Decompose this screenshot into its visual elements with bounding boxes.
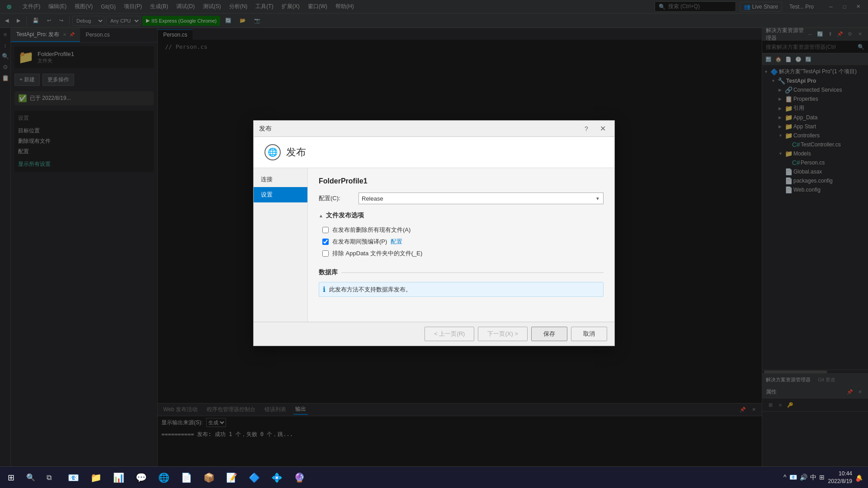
modal-close-button[interactable]: ✕	[596, 122, 609, 135]
taskbar-right: ^ 📧 🔊 中 ⊞ 10:44 2022/8/19 🔔	[783, 470, 868, 485]
modal-titlebar: 发布 ? ✕	[254, 121, 614, 137]
prev-page-button[interactable]: < 上一页(R)	[425, 327, 474, 341]
taskbar-volume[interactable]: 🔊	[800, 474, 807, 482]
next-page-button[interactable]: 下一页(X) >	[478, 327, 528, 341]
database-divider-line	[341, 272, 604, 273]
taskbar-app-explorer[interactable]: 📁	[85, 467, 107, 488]
start-button[interactable]: ⊞	[0, 467, 22, 488]
checkbox-delete-files[interactable]	[322, 227, 329, 233]
modal-header-title: 发布	[286, 145, 306, 159]
taskbar-clock[interactable]: 10:44 2022/8/19	[828, 470, 852, 485]
modal-help-button[interactable]: ?	[580, 122, 593, 135]
config-label: 配置(C):	[319, 194, 355, 202]
checkbox-row-1: 在发布前删除所有现有文件(A)	[319, 224, 604, 236]
database-section-title: 数据库	[319, 268, 338, 277]
taskbar-date-display: 2022/8/19	[828, 478, 852, 485]
checkbox-precompile[interactable]	[322, 239, 329, 245]
modal-content: FolderProfile1 配置(C): Debug Release ▲ 文件…	[308, 168, 614, 322]
checkbox-2-label: 在发布期间预编译(P)	[332, 238, 387, 246]
modal-title: 发布	[259, 125, 576, 133]
modal-body: 连接 设置 FolderProfile1 配置(C): Debug Releas…	[254, 168, 614, 322]
taskbar-ime[interactable]: 中	[810, 474, 816, 482]
modal-nav-settings[interactable]: 设置	[254, 187, 307, 202]
checkbox-1-label: 在发布前删除所有现有文件(A)	[332, 226, 410, 234]
taskbar-app-vs[interactable]: 💠	[266, 467, 288, 488]
modal-overlay: 发布 ? ✕ 🌐 发布 连接 设置 FolderProfile1 配置(C):	[0, 0, 868, 466]
database-section-divider: 数据库	[319, 268, 604, 277]
modal-header: 🌐 发布	[254, 137, 614, 168]
taskbar-tray-icons: ^ 📧 🔊 中 ⊞	[783, 474, 825, 482]
database-info-row: ℹ 此发布方法不支持数据库发布。	[319, 282, 604, 297]
modal-globe-icon: 🌐	[264, 144, 281, 160]
checkbox-3-label: 排除 AppData 文件夹中的文件(_E)	[332, 249, 422, 258]
taskbar-app-chrome[interactable]: 🌐	[153, 467, 175, 488]
publish-dialog: 发布 ? ✕ 🌐 发布 连接 设置 FolderProfile1 配置(C):	[253, 120, 615, 346]
notification-dot	[856, 478, 860, 482]
modal-nav-connect[interactable]: 连接	[254, 172, 307, 187]
taskbar-app-word[interactable]: 📝	[221, 467, 242, 488]
database-info-text: 此发布方法不支持数据库发布。	[329, 286, 411, 294]
configure-link[interactable]: 配置	[391, 238, 402, 246]
taskbar-display[interactable]: ⊞	[819, 474, 825, 482]
taskbar-notification-area[interactable]: 🔔	[856, 474, 863, 481]
config-select[interactable]: Debug Release	[359, 192, 604, 204]
taskbar-app-winzip[interactable]: 📦	[198, 467, 220, 488]
taskbar-app-red[interactable]: 🔷	[243, 467, 265, 488]
save-button[interactable]: 保存	[531, 327, 567, 341]
taskbar: ⊞ 🔍 ⧉ 📧 📁 📊 💬 🌐 📄 📦 📝 🔷 💠 🔮 ^ 📧 🔊 中 ⊞ 10…	[0, 466, 868, 488]
modal-profile-title: FolderProfile1	[319, 177, 604, 185]
taskbar-search-button[interactable]: 🔍	[22, 467, 40, 488]
taskbar-apps: 📧 📁 📊 💬 🌐 📄 📦 📝 🔷 💠 🔮	[58, 467, 783, 488]
info-icon: ℹ	[323, 285, 326, 294]
taskbar-app-blend[interactable]: 🔮	[288, 467, 310, 488]
cancel-button[interactable]: 取消	[571, 327, 607, 341]
taskbar-up-arrow[interactable]: ^	[783, 474, 787, 482]
taskbar-app-pdf[interactable]: 📄	[175, 467, 197, 488]
modal-sidebar: 连接 设置	[254, 168, 308, 322]
checkbox-row-3: 排除 AppData 文件夹中的文件(_E)	[319, 248, 604, 259]
section-toggle-icon: ▲	[319, 213, 323, 218]
taskbar-task-view[interactable]: ⧉	[40, 467, 58, 488]
modal-footer: < 上一页(R) 下一页(X) > 保存 取消	[254, 322, 614, 346]
taskbar-outlook-tray[interactable]: 📧	[789, 474, 797, 482]
file-publish-section-title: 文件发布选项	[326, 211, 364, 220]
taskbar-app-outlook[interactable]: 📧	[62, 467, 84, 488]
taskbar-app-excel[interactable]: 📊	[108, 467, 129, 488]
checkbox-row-2: 在发布期间预编译(P) 配置	[319, 236, 604, 248]
config-select-wrapper: Debug Release	[359, 192, 604, 204]
checkbox-exclude-appdata[interactable]	[322, 250, 329, 257]
taskbar-time-display: 10:44	[828, 470, 852, 478]
config-form-row: 配置(C): Debug Release	[319, 192, 604, 204]
taskbar-app-chat[interactable]: 💬	[130, 467, 152, 488]
file-publish-section-header[interactable]: ▲ 文件发布选项	[319, 211, 604, 220]
